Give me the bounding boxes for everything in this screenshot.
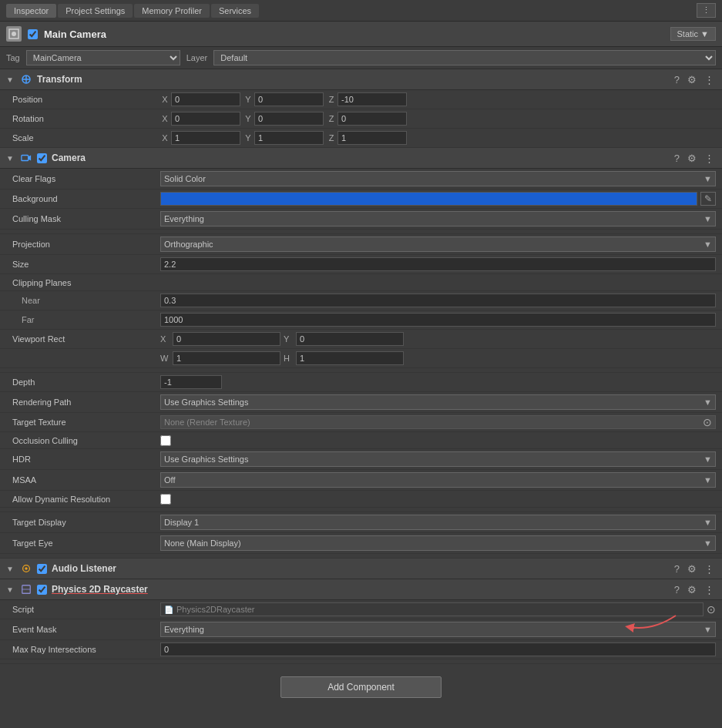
transform-help-btn[interactable]: ? — [673, 74, 681, 86]
tag-select[interactable]: MainCamera — [26, 50, 180, 65]
camera-icon — [20, 152, 32, 164]
projection-dropdown[interactable]: Orthographic ▼ — [160, 237, 716, 252]
rotation-row: Rotation X Y Z — [0, 109, 722, 129]
size-input[interactable] — [160, 257, 716, 271]
hdr-text: Use Graphics Settings — [164, 455, 248, 464]
transform-settings-btn[interactable]: ⚙ — [686, 74, 698, 86]
physics2d-actions: ? ⚙ ⋮ — [673, 584, 716, 595]
transform-triangle: ▼ — [6, 75, 15, 84]
object-active-checkbox[interactable] — [28, 29, 38, 39]
scale-y-input[interactable] — [254, 131, 324, 145]
scale-z-input[interactable] — [337, 131, 407, 145]
camera-help-btn[interactable]: ? — [673, 153, 681, 164]
viewport-h-label: H — [284, 354, 294, 363]
msaa-dropdown[interactable]: Off ▼ — [160, 472, 716, 488]
audio-listener-help-btn[interactable]: ? — [673, 563, 681, 575]
add-component-button[interactable]: Add Component — [280, 676, 442, 698]
clipping-near-input[interactable] — [160, 294, 716, 307]
rotation-z-field: Z — [327, 112, 407, 126]
clear-flags-label: Clear Flags — [6, 174, 160, 183]
msaa-value: Off ▼ — [160, 472, 716, 488]
scale-label: Scale — [6, 133, 160, 143]
camera-section-header[interactable]: ▼ Camera ? ⚙ ⋮ — [0, 148, 722, 169]
position-z-input[interactable] — [337, 92, 407, 106]
tab-services[interactable]: Services — [211, 4, 259, 18]
kebab-menu[interactable]: ⋮ — [697, 3, 716, 18]
allow-dynamic-checkbox[interactable] — [160, 494, 171, 505]
tab-memory-profiler[interactable]: Memory Profiler — [134, 4, 210, 18]
physics2d-section-header[interactable]: ▼ Physics 2D Raycaster ? ⚙ ⋮ — [0, 579, 722, 600]
rendering-path-value: Use Graphics Settings ▼ — [160, 394, 716, 410]
viewport-x-input[interactable] — [173, 332, 280, 346]
transform-more-btn[interactable]: ⋮ — [703, 74, 716, 86]
clipping-far-input[interactable] — [160, 313, 716, 327]
viewport-w-input[interactable] — [173, 351, 280, 365]
target-texture-value: None (Render Texture) ⊙ — [160, 415, 716, 429]
scale-x-input[interactable] — [171, 131, 240, 145]
audio-listener-settings-btn[interactable]: ⚙ — [686, 563, 698, 575]
target-display-dropdown[interactable]: Display 1 ▼ — [160, 515, 716, 530]
top-bar: Inspector Project Settings Memory Profil… — [0, 0, 722, 22]
audio-listener-more-btn[interactable]: ⋮ — [703, 563, 716, 575]
position-z-field: Z — [327, 92, 407, 106]
position-x-input[interactable] — [171, 92, 240, 106]
viewport-xy: X Y — [160, 332, 716, 346]
physics2d-help-btn[interactable]: ? — [673, 584, 681, 595]
target-eye-text: None (Main Display) — [164, 538, 241, 548]
target-texture-field[interactable]: None (Render Texture) ⊙ — [160, 415, 716, 429]
hdr-dropdown[interactable]: Use Graphics Settings ▼ — [160, 451, 716, 467]
depth-input[interactable] — [160, 375, 222, 389]
viewport-h-input[interactable] — [296, 351, 404, 365]
position-label: Position — [6, 95, 160, 104]
rendering-path-dropdown[interactable]: Use Graphics Settings ▼ — [160, 394, 716, 410]
background-color-swatch[interactable] — [160, 192, 697, 206]
audio-listener-header[interactable]: ▼ Audio Listener ? ⚙ ⋮ — [0, 559, 722, 579]
transform-section-header[interactable]: ▼ Transform ? ⚙ ⋮ — [0, 69, 722, 90]
target-eye-dropdown[interactable]: None (Main Display) ▼ — [160, 535, 716, 551]
layer-select[interactable]: Default — [213, 50, 716, 65]
physics2d-icon — [20, 583, 32, 595]
audio-listener-checkbox[interactable] — [37, 564, 47, 574]
size-row: Size — [0, 255, 722, 274]
camera-more-btn[interactable]: ⋮ — [703, 153, 716, 164]
viewport-y-input[interactable] — [296, 332, 404, 346]
target-eye-arrow: ▼ — [704, 538, 712, 548]
allow-dynamic-label: Allow Dynamic Resolution — [6, 495, 160, 504]
culling-mask-dropdown[interactable]: Everything ▼ — [160, 211, 716, 226]
camera-settings-btn[interactable]: ⚙ — [686, 153, 698, 164]
static-button[interactable]: Static ▼ — [670, 27, 716, 41]
allow-dynamic-row: Allow Dynamic Resolution — [0, 491, 722, 508]
target-display-value: Display 1 ▼ — [160, 515, 716, 530]
tab-inspector[interactable]: Inspector — [6, 4, 56, 18]
rotation-z-input[interactable] — [337, 112, 407, 126]
position-y-input[interactable] — [254, 92, 324, 106]
culling-mask-text: Everything — [164, 214, 204, 223]
max-ray-value — [160, 642, 716, 656]
max-ray-input[interactable] — [160, 642, 716, 656]
viewport-h-field: H — [284, 351, 404, 365]
rotation-x-input[interactable] — [171, 112, 240, 126]
msaa-row: MSAA Off ▼ — [0, 470, 722, 491]
occlusion-culling-checkbox[interactable] — [160, 435, 171, 446]
camera-active-checkbox[interactable] — [37, 153, 47, 163]
clipping-planes-row: Clipping Planes — [0, 274, 722, 291]
scale-y-label: Y — [243, 133, 253, 143]
tab-project-settings[interactable]: Project Settings — [58, 4, 133, 18]
physics2d-settings-btn[interactable]: ⚙ — [686, 584, 698, 595]
viewport-w-label: W — [160, 354, 171, 363]
physics2d-more-btn[interactable]: ⋮ — [703, 584, 716, 595]
viewport-row-1: Viewport Rect X Y — [0, 330, 722, 349]
background-color-picker-btn[interactable]: ✎ — [700, 192, 716, 206]
hdr-label: HDR — [6, 455, 160, 464]
projection-label: Projection — [6, 240, 160, 249]
viewport-y-label: Y — [284, 334, 294, 344]
viewport-row-2: W H — [0, 349, 722, 368]
audio-listener-icon — [20, 562, 32, 575]
rotation-x-label: X — [160, 114, 170, 123]
depth-row: Depth — [0, 373, 722, 392]
target-display-arrow: ▼ — [704, 518, 712, 527]
rotation-y-input[interactable] — [254, 112, 324, 126]
clear-flags-dropdown[interactable]: Solid Color ▼ — [160, 171, 716, 186]
script-file-icon: 📄 — [164, 606, 173, 614]
physics2d-active-checkbox[interactable] — [37, 585, 47, 595]
